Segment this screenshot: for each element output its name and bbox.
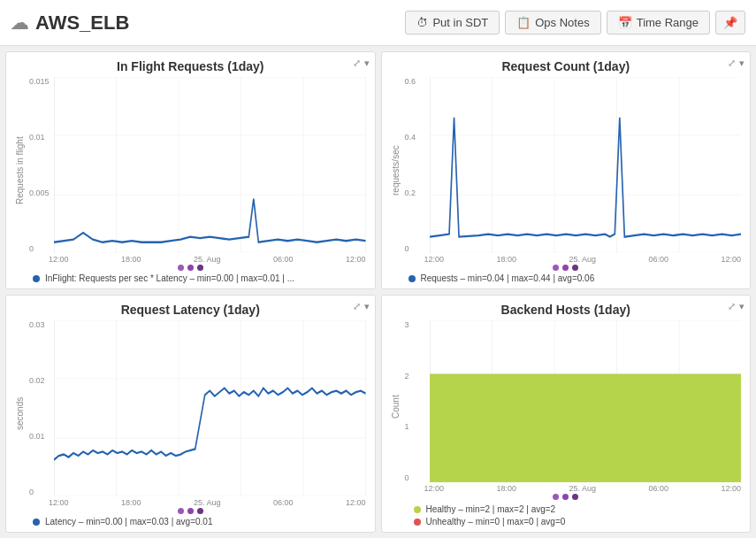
backend-hosts-controls: ⤢ ▾ — [728, 301, 745, 312]
healthy-legend: Healthy – min=2 | max=2 | avg=2 — [396, 504, 742, 514]
request-count-controls: ⤢ ▾ — [728, 58, 745, 69]
expand-button[interactable]: ⤢ — [728, 58, 736, 69]
in-flight-x-axis: 12:00 18:00 25. Aug 06:00 12:00 — [29, 255, 366, 264]
in-flight-dots — [15, 265, 366, 271]
backend-hosts-legend: Healthy – min=2 | max=2 | avg=2 Unhealth… — [391, 503, 742, 526]
dot2 — [562, 265, 569, 271]
request-count-title: Request Count (1day) — [391, 59, 742, 73]
request-count-x-axis: 12:00 18:00 25. Aug 06:00 12:00 — [405, 255, 742, 264]
unhealthy-dot — [414, 519, 421, 526]
request-count-y-axis: 0.6 0.4 0.2 0 — [405, 77, 416, 253]
dot1 — [553, 494, 559, 500]
collapse-button[interactable]: ▾ — [739, 301, 745, 312]
pin-icon: 📌 — [723, 16, 737, 29]
legend-text: Requests – min=0.04 | max=0.44 | avg=0.0… — [421, 273, 595, 283]
legend-dot — [409, 275, 416, 282]
calendar-icon: 📅 — [618, 16, 632, 29]
page-title: ☁ AWS_ELB — [11, 12, 129, 35]
request-latency-legend: Latency – min=0.00 | max=0.03 | avg=0.01 — [15, 517, 366, 526]
unhealthy-legend: Unhealthy – min=0 | max=0 | avg=0 — [396, 517, 742, 526]
backend-hosts-dots — [391, 494, 742, 500]
time-range-button[interactable]: 📅 Time Range — [607, 11, 710, 35]
backend-hosts-svg — [430, 320, 742, 482]
backend-hosts-x-axis: 12:00 18:00 25. Aug 06:00 12:00 — [405, 484, 742, 493]
legend-text: InFlight: Requests per sec * Latency – m… — [45, 273, 294, 283]
healthy-dot — [414, 506, 421, 513]
collapse-button[interactable]: ▾ — [364, 301, 370, 312]
request-count-svg — [430, 77, 742, 253]
dashboard: In Flight Requests (1day) ⤢ ▾ Requests i… — [0, 46, 756, 538]
title-text: AWS_ELB — [35, 12, 129, 35]
dot1 — [178, 508, 184, 514]
dot3 — [197, 508, 203, 514]
request-latency-panel: Request Latency (1day) ⤢ ▾ seconds 0.03 … — [5, 295, 376, 533]
ops-notes-icon: 📋 — [516, 16, 531, 29]
request-latency-controls: ⤢ ▾ — [353, 301, 370, 312]
request-latency-dots — [15, 508, 366, 514]
healthy-legend-text: Healthy – min=2 | max=2 | avg=2 — [426, 504, 556, 514]
header-buttons: ⏱ Put in SDT 📋 Ops Notes 📅 Time Range 📌 — [405, 11, 745, 35]
request-count-panel: Request Count (1day) ⤢ ▾ requests/sec 0.… — [381, 51, 752, 289]
sdt-icon: ⏱ — [416, 16, 428, 29]
in-flight-y-label: Requests in flight — [15, 77, 29, 264]
dot2 — [187, 508, 194, 514]
page-header: ☁ AWS_ELB ⏱ Put in SDT 📋 Ops Notes 📅 Tim… — [0, 0, 756, 46]
time-range-label: Time Range — [637, 16, 699, 29]
in-flight-chart-area: Requests in flight 0.015 0.01 0.005 0 — [15, 77, 366, 264]
expand-button[interactable]: ⤢ — [728, 301, 736, 312]
in-flight-title: In Flight Requests (1day) — [15, 59, 366, 73]
request-latency-y-axis: 0.03 0.02 0.01 0 — [29, 320, 45, 496]
backend-hosts-panel: Backend Hosts (1day) ⤢ ▾ Count 3 2 1 0 — [381, 295, 752, 533]
ops-notes-button[interactable]: 📋 Ops Notes — [505, 11, 600, 35]
dot3 — [197, 265, 203, 271]
dot3 — [572, 494, 578, 500]
in-flight-legend: InFlight: Requests per sec * Latency – m… — [15, 273, 366, 283]
in-flight-y-axis: 0.015 0.01 0.005 0 — [29, 77, 50, 253]
sdt-label: Put in SDT — [432, 16, 488, 29]
pin-button[interactable]: 📌 — [715, 11, 745, 35]
request-latency-y-label: seconds — [15, 320, 29, 507]
ops-notes-label: Ops Notes — [535, 16, 589, 29]
healthy-bar — [430, 374, 742, 482]
unhealthy-legend-text: Unhealthy – min=0 | max=0 | avg=0 — [426, 517, 566, 526]
backend-hosts-title: Backend Hosts (1day) — [391, 303, 742, 317]
expand-button[interactable]: ⤢ — [353, 58, 361, 69]
legend-text: Latency – min=0.00 | max=0.03 | avg=0.01 — [45, 517, 213, 526]
legend-dot — [33, 519, 40, 526]
put-in-sdt-button[interactable]: ⏱ Put in SDT — [405, 11, 500, 35]
in-flight-panel: In Flight Requests (1day) ⤢ ▾ Requests i… — [5, 51, 376, 289]
dot2 — [562, 494, 569, 500]
in-flight-controls: ⤢ ▾ — [353, 58, 370, 69]
request-count-dots — [391, 265, 742, 271]
legend-dot — [33, 275, 40, 282]
request-latency-chart-area: seconds 0.03 0.02 0.01 0 — [15, 320, 366, 507]
cloud-icon: ☁ — [11, 12, 28, 34]
backend-hosts-y-label: Count — [391, 320, 405, 493]
request-latency-svg — [54, 320, 366, 496]
dot2 — [187, 265, 194, 271]
request-latency-title: Request Latency (1day) — [15, 303, 366, 317]
dot1 — [178, 265, 184, 271]
request-latency-x-axis: 12:00 18:00 25. Aug 06:00 12:00 — [29, 498, 366, 507]
dot1 — [553, 265, 559, 271]
expand-button[interactable]: ⤢ — [353, 301, 361, 312]
backend-hosts-y-axis: 3 2 1 0 — [405, 320, 409, 482]
dot3 — [572, 265, 578, 271]
request-count-y-label: requests/sec — [391, 77, 405, 264]
backend-hosts-chart-area: Count 3 2 1 0 — [391, 320, 742, 493]
collapse-button[interactable]: ▾ — [739, 58, 745, 69]
request-count-legend: Requests – min=0.04 | max=0.44 | avg=0.0… — [391, 273, 742, 283]
request-count-chart-area: requests/sec 0.6 0.4 0.2 0 — [391, 77, 742, 264]
in-flight-svg — [54, 77, 366, 253]
collapse-button[interactable]: ▾ — [364, 58, 370, 69]
